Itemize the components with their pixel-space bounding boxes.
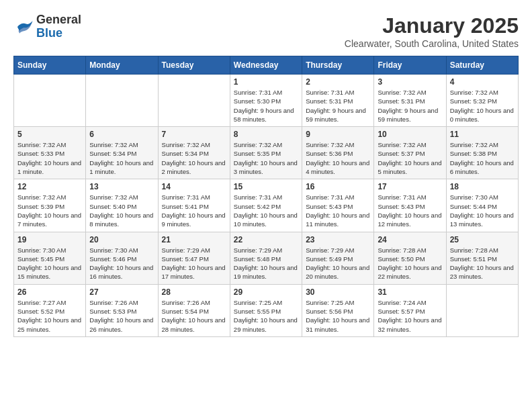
day-info: Sunrise: 7:32 AMSunset: 5:34 PMDaylight:… xyxy=(89,140,154,176)
calendar-cell: 3Sunrise: 7:32 AMSunset: 5:31 PMDaylight… xyxy=(374,75,446,127)
calendar-cell: 16Sunrise: 7:31 AMSunset: 5:43 PMDayligh… xyxy=(302,179,374,232)
day-info: Sunrise: 7:31 AMSunset: 5:41 PMDaylight:… xyxy=(162,193,226,228)
calendar-cell: 11Sunrise: 7:32 AMSunset: 5:38 PMDayligh… xyxy=(446,127,518,179)
day-info: Sunrise: 7:32 AMSunset: 5:38 PMDaylight:… xyxy=(450,140,515,176)
day-number: 2 xyxy=(306,77,370,87)
day-info: Sunrise: 7:29 AMSunset: 5:49 PMDaylight:… xyxy=(306,246,370,281)
calendar-cell: 21Sunrise: 7:29 AMSunset: 5:47 PMDayligh… xyxy=(158,232,230,284)
month-title: January 2025 xyxy=(345,13,519,38)
logo-blue: Blue xyxy=(36,27,81,40)
day-info: Sunrise: 7:31 AMSunset: 5:43 PMDaylight:… xyxy=(306,193,370,228)
day-number: 11 xyxy=(450,130,515,139)
calendar-cell xyxy=(446,284,518,336)
day-number: 12 xyxy=(17,182,82,191)
logo-icon xyxy=(13,17,34,37)
calendar-cell: 24Sunrise: 7:28 AMSunset: 5:50 PMDayligh… xyxy=(374,232,446,284)
day-number: 31 xyxy=(378,287,442,297)
day-info: Sunrise: 7:28 AMSunset: 5:50 PMDaylight:… xyxy=(378,246,442,281)
title-section: January 2025 Clearwater, South Carolina,… xyxy=(345,13,519,49)
day-number: 7 xyxy=(162,130,226,139)
day-info: Sunrise: 7:32 AMSunset: 5:35 PMDaylight:… xyxy=(234,140,298,176)
day-info: Sunrise: 7:31 AMSunset: 5:31 PMDaylight:… xyxy=(306,88,370,124)
header-tuesday: Tuesday xyxy=(158,56,230,75)
day-number: 3 xyxy=(378,77,442,87)
day-info: Sunrise: 7:30 AMSunset: 5:44 PMDaylight:… xyxy=(450,193,515,228)
day-info: Sunrise: 7:30 AMSunset: 5:45 PMDaylight:… xyxy=(17,246,82,281)
day-info: Sunrise: 7:28 AMSunset: 5:51 PMDaylight:… xyxy=(450,246,515,281)
calendar-cell: 30Sunrise: 7:25 AMSunset: 5:56 PMDayligh… xyxy=(302,284,374,336)
day-number: 18 xyxy=(450,182,515,191)
calendar-table: Sunday Monday Tuesday Wednesday Thursday… xyxy=(13,56,519,337)
calendar-cell xyxy=(14,75,86,127)
day-info: Sunrise: 7:29 AMSunset: 5:47 PMDaylight:… xyxy=(162,246,226,281)
header-thursday: Thursday xyxy=(302,56,374,75)
calendar-cell: 31Sunrise: 7:24 AMSunset: 5:57 PMDayligh… xyxy=(374,284,446,336)
day-number: 9 xyxy=(306,130,370,139)
calendar-cell: 29Sunrise: 7:25 AMSunset: 5:55 PMDayligh… xyxy=(230,284,302,336)
day-info: Sunrise: 7:27 AMSunset: 5:52 PMDaylight:… xyxy=(17,298,82,334)
calendar-header-row: Sunday Monday Tuesday Wednesday Thursday… xyxy=(14,56,519,75)
day-info: Sunrise: 7:32 AMSunset: 5:37 PMDaylight:… xyxy=(378,140,442,176)
calendar-cell: 10Sunrise: 7:32 AMSunset: 5:37 PMDayligh… xyxy=(374,127,446,179)
day-number: 6 xyxy=(89,130,154,139)
calendar-cell: 18Sunrise: 7:30 AMSunset: 5:44 PMDayligh… xyxy=(446,179,518,232)
calendar-cell: 22Sunrise: 7:29 AMSunset: 5:48 PMDayligh… xyxy=(230,232,302,284)
day-number: 22 xyxy=(234,235,298,244)
day-number: 19 xyxy=(17,235,82,244)
header-wednesday: Wednesday xyxy=(230,56,302,75)
day-number: 17 xyxy=(378,182,442,191)
calendar-cell: 5Sunrise: 7:32 AMSunset: 5:33 PMDaylight… xyxy=(14,127,86,179)
day-number: 15 xyxy=(234,182,298,191)
day-number: 20 xyxy=(89,235,154,244)
calendar-cell: 28Sunrise: 7:26 AMSunset: 5:54 PMDayligh… xyxy=(158,284,230,336)
day-number: 21 xyxy=(162,235,226,244)
calendar-cell: 20Sunrise: 7:30 AMSunset: 5:46 PMDayligh… xyxy=(86,232,158,284)
day-number: 16 xyxy=(306,182,370,191)
day-info: Sunrise: 7:32 AMSunset: 5:33 PMDaylight:… xyxy=(17,140,82,176)
header-friday: Friday xyxy=(374,56,446,75)
calendar-cell: 19Sunrise: 7:30 AMSunset: 5:45 PMDayligh… xyxy=(14,232,86,284)
header-saturday: Saturday xyxy=(446,56,518,75)
header-sunday: Sunday xyxy=(14,56,86,75)
day-number: 5 xyxy=(17,130,82,139)
location: Clearwater, South Carolina, United State… xyxy=(345,38,519,49)
day-info: Sunrise: 7:32 AMSunset: 5:39 PMDaylight:… xyxy=(17,193,82,228)
day-info: Sunrise: 7:30 AMSunset: 5:46 PMDaylight:… xyxy=(89,246,154,281)
day-info: Sunrise: 7:26 AMSunset: 5:53 PMDaylight:… xyxy=(89,298,154,334)
day-info: Sunrise: 7:24 AMSunset: 5:57 PMDaylight:… xyxy=(378,298,442,334)
day-number: 23 xyxy=(306,235,370,244)
calendar-cell: 8Sunrise: 7:32 AMSunset: 5:35 PMDaylight… xyxy=(230,127,302,179)
day-number: 27 xyxy=(89,287,154,297)
logo-general: General xyxy=(36,13,81,27)
logo-text: General Blue xyxy=(36,13,81,40)
day-number: 4 xyxy=(450,77,515,87)
calendar-cell xyxy=(158,75,230,127)
day-info: Sunrise: 7:25 AMSunset: 5:55 PMDaylight:… xyxy=(234,298,298,334)
day-info: Sunrise: 7:32 AMSunset: 5:36 PMDaylight:… xyxy=(306,140,370,176)
calendar-cell: 7Sunrise: 7:32 AMSunset: 5:34 PMDaylight… xyxy=(158,127,230,179)
calendar-week-5: 26Sunrise: 7:27 AMSunset: 5:52 PMDayligh… xyxy=(14,284,519,336)
calendar-week-4: 19Sunrise: 7:30 AMSunset: 5:45 PMDayligh… xyxy=(14,232,519,284)
calendar-cell: 9Sunrise: 7:32 AMSunset: 5:36 PMDaylight… xyxy=(302,127,374,179)
day-info: Sunrise: 7:31 AMSunset: 5:30 PMDaylight:… xyxy=(234,88,298,124)
calendar-week-1: 1Sunrise: 7:31 AMSunset: 5:30 PMDaylight… xyxy=(14,75,519,127)
day-number: 28 xyxy=(162,287,226,297)
day-info: Sunrise: 7:26 AMSunset: 5:54 PMDaylight:… xyxy=(162,298,226,334)
calendar-cell: 25Sunrise: 7:28 AMSunset: 5:51 PMDayligh… xyxy=(446,232,518,284)
calendar-cell xyxy=(86,75,158,127)
page-header: General Blue January 2025 Clearwater, So… xyxy=(13,13,519,49)
calendar-cell: 2Sunrise: 7:31 AMSunset: 5:31 PMDaylight… xyxy=(302,75,374,127)
day-number: 24 xyxy=(378,235,442,244)
header-monday: Monday xyxy=(86,56,158,75)
day-info: Sunrise: 7:32 AMSunset: 5:31 PMDaylight:… xyxy=(378,88,442,124)
calendar-cell: 26Sunrise: 7:27 AMSunset: 5:52 PMDayligh… xyxy=(14,284,86,336)
day-number: 13 xyxy=(89,182,154,191)
calendar-cell: 12Sunrise: 7:32 AMSunset: 5:39 PMDayligh… xyxy=(14,179,86,232)
day-number: 26 xyxy=(17,287,82,297)
calendar-cell: 14Sunrise: 7:31 AMSunset: 5:41 PMDayligh… xyxy=(158,179,230,232)
calendar-week-3: 12Sunrise: 7:32 AMSunset: 5:39 PMDayligh… xyxy=(14,179,519,232)
day-info: Sunrise: 7:29 AMSunset: 5:48 PMDaylight:… xyxy=(234,246,298,281)
calendar-cell: 15Sunrise: 7:31 AMSunset: 5:42 PMDayligh… xyxy=(230,179,302,232)
day-number: 29 xyxy=(234,287,298,297)
day-info: Sunrise: 7:32 AMSunset: 5:32 PMDaylight:… xyxy=(450,88,515,124)
